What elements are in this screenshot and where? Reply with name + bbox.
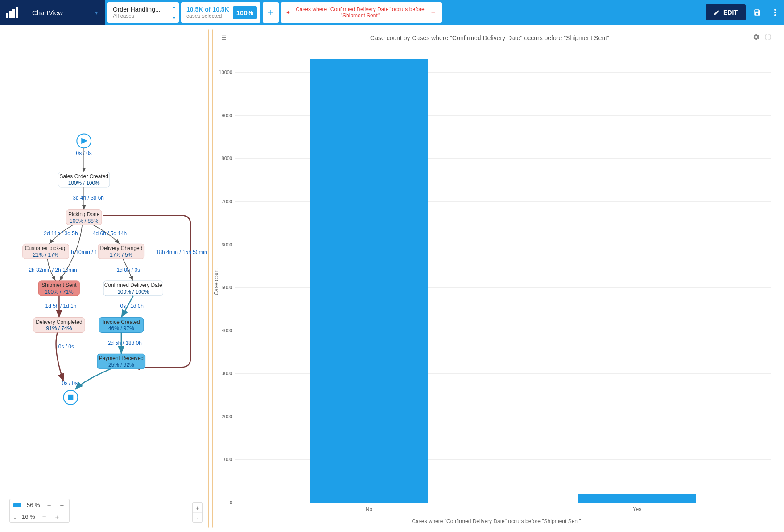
percent-badge: 100% — [233, 6, 257, 19]
svg-text:Payment Received: Payment Received — [99, 355, 144, 361]
filter-tab-label: Cases where "Confirmed Delivery Date" oc… — [291, 6, 429, 19]
svg-text:1d 0h / 0s: 1d 0h / 0s — [117, 267, 140, 273]
pencil-icon — [714, 9, 720, 16]
svg-text:2d 5h / 18d 0h: 2d 5h / 18d 0h — [108, 340, 142, 346]
svg-text:100% / 100%: 100% / 100% — [68, 180, 100, 186]
svg-text:Sales Order Created: Sales Order Created — [59, 173, 108, 180]
y-tick: 10000 — [219, 70, 232, 75]
filter-tab[interactable]: ✦ Cases where "Confirmed Delivery Date" … — [281, 2, 442, 23]
x-axis-label: Cases where "Confirmed Delivery Date" oc… — [213, 516, 780, 528]
svg-text:25% / 92%: 25% / 92% — [108, 362, 134, 368]
svg-text:21% / 17%: 21% / 17% — [33, 252, 59, 258]
more-menu-button[interactable] — [766, 0, 784, 25]
filter-icon: ✦ — [285, 9, 291, 16]
edit-button-label: EDIT — [723, 9, 738, 16]
svg-text:4d 6h / 5d 14h: 4d 6h / 5d 14h — [93, 230, 127, 237]
dataset-selector[interactable]: Order Handling... All cases ▾▾ — [107, 2, 179, 23]
zoom-controls: + - — [192, 502, 203, 523]
svg-text:0s / 0s: 0s / 0s — [62, 380, 78, 386]
chart-bar[interactable] — [578, 494, 696, 503]
zoom-in-button[interactable]: + — [193, 503, 202, 512]
path-increase-button[interactable]: + — [53, 513, 61, 520]
chevron-down-icon: ▾ — [173, 15, 175, 20]
y-tick: 5000 — [222, 285, 232, 290]
chevron-down-icon: ▾ — [173, 5, 175, 10]
activity-decrease-button[interactable]: − — [45, 501, 53, 509]
process-flow-diagram[interactable]: 0s / 0s Sales Order Created 100% / 100% … — [4, 29, 208, 528]
svg-text:17% / 5%: 17% / 5% — [110, 252, 132, 258]
x-tick: No — [366, 506, 372, 512]
save-icon — [753, 8, 761, 16]
svg-point-4 — [774, 9, 776, 11]
y-tick: 6000 — [222, 242, 232, 247]
svg-text:18h 4min / 15h 50min: 18h 4min / 15h 50min — [156, 249, 207, 255]
y-tick: 3000 — [222, 371, 232, 376]
app-logo[interactable] — [0, 0, 25, 25]
fullscreen-icon[interactable] — [762, 33, 774, 42]
edge-label: 3d 4h / 3d 6h — [73, 195, 104, 201]
chart-bar[interactable] — [310, 59, 428, 503]
edit-button[interactable]: EDIT — [706, 4, 746, 20]
svg-rect-36 — [68, 395, 73, 400]
chart-menu-icon[interactable]: ☰ — [219, 34, 229, 41]
y-tick: 2000 — [222, 414, 232, 419]
svg-text:91% / 74%: 91% / 74% — [46, 325, 72, 331]
save-button[interactable] — [748, 0, 766, 25]
y-axis-label: Case count — [213, 268, 219, 295]
svg-rect-0 — [6, 13, 8, 18]
path-slider-value: 16 % — [22, 513, 35, 520]
x-tick: Yes — [633, 506, 642, 512]
activity-swatch-icon — [13, 503, 21, 507]
svg-text:2h 32min / 2h 19min: 2h 32min / 2h 19min — [29, 267, 77, 273]
view-selector-label: ChartView — [32, 9, 63, 16]
activity-slider-value: 56 % — [27, 502, 40, 508]
dataset-name: Order Handling... — [113, 6, 173, 13]
svg-text:Confirmed Delivery Date: Confirmed Delivery Date — [104, 282, 162, 288]
flow-slider-controls: 56 % − + ↓ 16 % − + — [9, 499, 70, 523]
gear-icon[interactable] — [751, 33, 762, 42]
svg-text:Delivery Changed: Delivery Changed — [100, 245, 142, 251]
y-tick: 7000 — [222, 199, 232, 204]
svg-point-6 — [774, 14, 776, 16]
svg-rect-1 — [9, 11, 12, 18]
svg-text:100% / 71%: 100% / 71% — [45, 289, 74, 295]
process-flow-panel: 0s / 0s Sales Order Created 100% / 100% … — [4, 29, 209, 528]
svg-text:Picking Done: Picking Done — [68, 211, 100, 217]
svg-text:h 10min / 1d: h 10min / 1d — [71, 249, 100, 255]
y-tick: 8000 — [222, 156, 232, 161]
svg-rect-2 — [12, 9, 15, 18]
svg-text:Delivery Completed: Delivery Completed — [36, 319, 82, 325]
svg-text:0s / 0s: 0s / 0s — [58, 344, 74, 350]
svg-text:1d 5h / 1d 1h: 1d 5h / 1d 1h — [45, 303, 77, 309]
svg-text:100% / 100%: 100% / 100% — [117, 289, 149, 295]
y-tick: 9000 — [222, 113, 232, 118]
case-count-label: cases selected — [186, 13, 229, 19]
more-vertical-icon — [774, 9, 776, 16]
add-filter-button[interactable]: + — [263, 2, 279, 23]
path-decrease-button[interactable]: − — [41, 513, 48, 520]
svg-text:0s / 1d 0h: 0s / 1d 0h — [120, 303, 144, 309]
svg-point-5 — [774, 12, 776, 13]
case-count-block: 10.5K of 10.5K cases selected 100% — [181, 2, 260, 23]
y-tick: 1000 — [222, 457, 232, 462]
close-icon[interactable]: + — [429, 8, 437, 16]
y-tick: 4000 — [222, 328, 232, 333]
svg-text:2d 11h / 3d 5h: 2d 11h / 3d 5h — [44, 230, 78, 237]
chart-plot-area[interactable]: Case count 01000200030004000500060007000… — [213, 46, 780, 516]
chart-title: Case count by Cases where "Confirmed Del… — [229, 34, 751, 41]
y-tick: 0 — [230, 500, 232, 505]
svg-rect-3 — [16, 7, 18, 18]
chevron-down-icon: ▾ — [95, 9, 98, 16]
svg-text:100% / 88%: 100% / 88% — [70, 218, 99, 224]
path-arrow-icon: ↓ — [13, 513, 17, 520]
activity-increase-button[interactable]: + — [58, 501, 66, 509]
zoom-out-button[interactable]: - — [193, 512, 202, 522]
chart-panel: ☰ Case count by Cases where "Confirmed D… — [212, 29, 780, 528]
svg-text:Shipment Sent: Shipment Sent — [41, 282, 77, 288]
svg-text:Invoice Created: Invoice Created — [103, 319, 140, 325]
svg-text:Customer pick-up: Customer pick-up — [25, 245, 67, 251]
svg-text:46% / 97%: 46% / 97% — [108, 325, 134, 331]
dataset-subset: All cases — [113, 13, 173, 19]
case-count-value: 10.5K of 10.5K — [186, 6, 229, 13]
view-selector[interactable]: ChartView ▾ — [25, 0, 105, 25]
